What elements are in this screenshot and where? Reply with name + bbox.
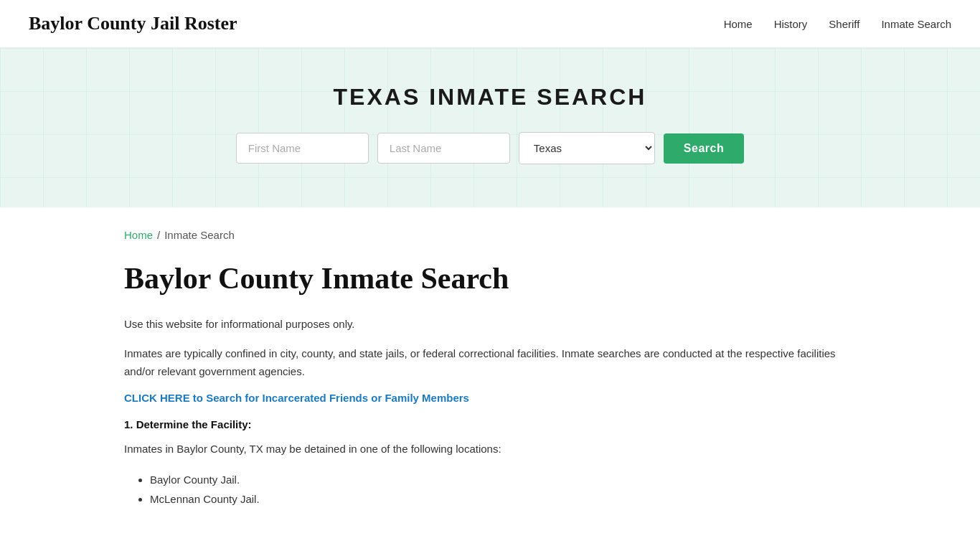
- locations-list: Baylor County Jail. McLennan County Jail…: [124, 470, 856, 509]
- para-locations-intro: Inmates in Baylor County, TX may be deta…: [124, 441, 856, 458]
- nav-home[interactable]: Home: [724, 18, 753, 30]
- list-item: Baylor County Jail.: [150, 470, 856, 489]
- page-heading: Baylor County Inmate Search: [124, 261, 856, 296]
- site-header: Baylor County Jail Roster Home History S…: [0, 0, 980, 48]
- para-description: Inmates are typically confined in city, …: [124, 345, 856, 381]
- inmate-search-form: Texas Alabama Alaska Arizona Arkansas Ca…: [14, 132, 966, 164]
- section1-heading: 1. Determine the Facility:: [124, 418, 856, 430]
- list-item: McLennan County Jail.: [150, 489, 856, 509]
- state-select[interactable]: Texas Alabama Alaska Arizona Arkansas Ca…: [519, 132, 655, 164]
- main-nav: Home History Sheriff Inmate Search: [724, 18, 951, 30]
- hero-title: TEXAS INMATE SEARCH: [14, 84, 966, 110]
- breadcrumb: Home / Inmate Search: [124, 229, 856, 241]
- search-button[interactable]: Search: [664, 133, 744, 164]
- site-title: Baylor County Jail Roster: [29, 13, 237, 34]
- nav-history[interactable]: History: [774, 18, 808, 30]
- first-name-input[interactable]: [236, 133, 369, 164]
- cta-link[interactable]: CLICK HERE to Search for Incarcerated Fr…: [124, 392, 469, 404]
- nav-inmate-search[interactable]: Inmate Search: [881, 18, 951, 30]
- breadcrumb-home-link[interactable]: Home: [124, 229, 153, 241]
- breadcrumb-separator: /: [157, 229, 160, 241]
- last-name-input[interactable]: [377, 133, 510, 164]
- main-content: Home / Inmate Search Baylor County Inmat…: [95, 207, 885, 551]
- nav-sheriff[interactable]: Sheriff: [829, 18, 859, 30]
- hero-banner: TEXAS INMATE SEARCH Texas Alabama Alaska…: [0, 48, 980, 207]
- breadcrumb-current: Inmate Search: [164, 229, 235, 241]
- para-informational: Use this website for informational purpo…: [124, 316, 856, 334]
